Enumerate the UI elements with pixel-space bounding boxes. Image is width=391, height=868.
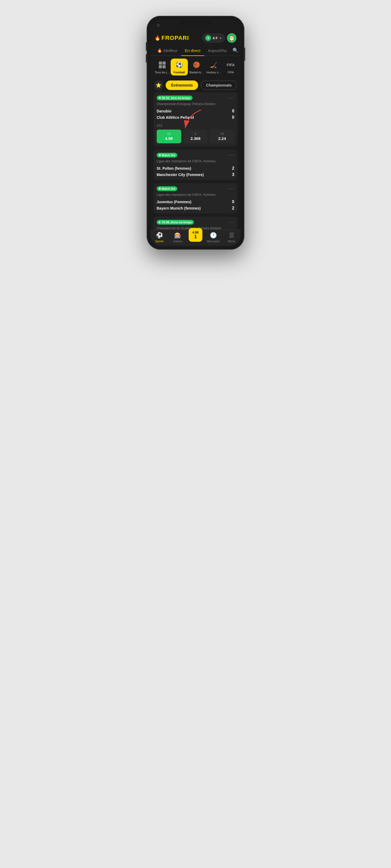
match-2-league: Ligue des champions de l'UEFA. Femmes <box>153 159 238 165</box>
odd-x-value: 2.368 <box>186 136 206 141</box>
match-2-status-text: Match fini <box>162 154 175 157</box>
match-1-team1-name: Danubio <box>157 109 171 113</box>
match-3-league: Ligue des champions de l'UEFA. Femmes <box>153 193 238 199</box>
match-1-team1-row: Danubio 0 <box>157 108 234 114</box>
sport-cat-basketball-label: Basket-b... <box>189 71 203 74</box>
match-2-team1-name: St. Polten (femmes) <box>157 166 191 170</box>
match-1-league: Championnat d'Uruguay. Primera Division <box>153 102 238 108</box>
sport-cat-basketball[interactable]: 🏀 Basket-b... <box>188 59 205 75</box>
football-icon: ⚽ <box>175 60 184 70</box>
bet-slip-button[interactable]: 4.98 1 <box>189 228 202 242</box>
match-3-more-button[interactable]: ··· <box>229 186 234 191</box>
match-3-teams: Juventus (Femmes) 0 Bayern Munich (femme… <box>153 199 238 214</box>
tab-aujourd-hui-label: Aujourd'hu <box>208 48 227 53</box>
live-indicator <box>159 97 161 99</box>
matches-list: 36:33, 1ère mi-temps ··· Championnat d'U… <box>150 92 241 229</box>
match-2-team2-score: 3 <box>232 172 234 177</box>
filter-row: ⭐ Événements Championnats <box>150 78 241 92</box>
match-1-team2-score: 0 <box>232 115 234 120</box>
fifa-icon: FIFA <box>226 60 236 70</box>
tab-meilleur-label: Meilleur <box>164 48 177 53</box>
match-4-status-badge: ▶ 70:38, 2ème mi-temps <box>157 220 194 225</box>
tab-en-direct-label: En direct <box>185 48 200 53</box>
sport-cat-football[interactable]: ⚽ Football <box>171 59 188 75</box>
mes-paris-icon: 🕐 <box>210 232 217 239</box>
dropdown-arrow-icon: ▼ <box>219 37 222 39</box>
basketball-icon: 🏀 <box>192 60 201 70</box>
match-card-2: Match fini ··· Ligue des champions de l'… <box>153 150 238 180</box>
menu-icon: ☰ <box>229 232 234 239</box>
sport-cat-all[interactable]: Tous les j... <box>153 59 171 75</box>
camera <box>157 24 160 27</box>
matches-scroll-area[interactable]: 36:33, 1ère mi-temps ··· Championnat d'U… <box>150 92 241 229</box>
bet-count-value: 1 <box>194 234 197 239</box>
live-indicator-2 <box>159 154 161 156</box>
nav-sports-label: Sports <box>155 240 164 243</box>
match-1-status: 36:33, 1ère mi-temps <box>157 96 193 100</box>
match-1-status-text: 36:33, 1ère mi-temps <box>162 96 191 99</box>
match-1-team1-score: 0 <box>232 109 234 114</box>
match-2-more-button[interactable]: ··· <box>229 152 234 158</box>
main-nav: 🔥 Meilleur En direct Aujourd'hu 🔍 <box>150 45 241 56</box>
volume-button-2 <box>146 54 147 63</box>
odd-v2-value: 2.24 <box>212 136 232 141</box>
match-3-team2-score: 2 <box>232 206 234 211</box>
match-3-team2-name: Bayern Munich (femmes) <box>157 206 200 210</box>
filter-evenements[interactable]: Événements <box>166 81 198 90</box>
odd-v1-button[interactable]: V1 4.98 <box>157 130 181 143</box>
match-1-team2-row: Club Atlético Peñarol 0 <box>157 114 234 121</box>
match-4-status-text: 70:38, 2ème mi-temps <box>162 221 192 224</box>
nav-menu[interactable]: ☰ Menu <box>224 232 239 243</box>
match-2-team1-score: 2 <box>232 166 234 171</box>
add-funds-icon[interactable]: + <box>205 35 211 41</box>
sport-cat-fifa[interactable]: FIFA FIFA <box>222 59 239 75</box>
tab-aujourd-hui[interactable]: Aujourd'hu <box>204 45 230 55</box>
flame-icon: 🔥 <box>155 35 160 41</box>
sport-cat-all-label: Tous les j... <box>155 71 169 74</box>
match-2-header: Match fini ··· <box>153 150 238 159</box>
match-2-team2-name: Manchester City (Femmes) <box>157 173 204 177</box>
sport-cat-hockey-label: Hockey s... <box>206 71 221 74</box>
match-4-more-button[interactable]: ··· <box>229 219 234 225</box>
match-2-status: Match fini <box>157 153 177 158</box>
match-1-status-badge: 36:33, 1ère mi-temps <box>157 96 193 100</box>
odd-x-button[interactable]: X 2.368 <box>183 130 208 143</box>
match-2-team1-row: St. Polten (femmes) 2 <box>157 165 234 172</box>
sport-cat-tennis[interactable]: 🎾 Tennis <box>239 59 241 75</box>
nav-casino-label: Casino <box>173 240 182 243</box>
match-4-status: ▶ 70:38, 2ème mi-temps <box>157 220 194 225</box>
odd-v1-label: V1 <box>159 132 179 135</box>
match-1-bet-type: 1X2 <box>153 123 238 130</box>
favorites-button[interactable]: ⭐ <box>154 80 163 90</box>
app-logo: 🔥 FROPARI <box>155 35 189 41</box>
filter-championnats[interactable]: Championnats <box>201 81 237 90</box>
fire-icon: 🔥 <box>157 48 162 53</box>
match-3-team1-row: Juventus (Femmes) 0 <box>157 199 234 205</box>
odd-x-label: X <box>186 132 206 135</box>
play-icon: ▶ <box>159 221 161 223</box>
volume-button <box>146 42 147 51</box>
sport-cat-hockey[interactable]: 🏒 Hockey s... <box>205 59 222 75</box>
search-button[interactable]: 🔍 <box>230 45 241 55</box>
nav-menu-label: Menu <box>228 240 235 243</box>
live-indicator-3 <box>159 188 161 189</box>
match-3-team2-row: Bayern Munich (femmes) 2 <box>157 205 234 211</box>
nav-casino[interactable]: 🎰 Casino <box>170 232 185 243</box>
odd-v2-button[interactable]: V2 2.24 <box>210 130 234 143</box>
phone-screen: 🔥 FROPARI + 0 F ▼ 🎅 🔥 Meilleur En direct <box>150 20 241 246</box>
match-1-teams: Danubio 0 Club Atlético Peñarol 0 <box>153 108 238 123</box>
match-card-4: ▶ 70:38, 2ème mi-temps ··· Championnat d… <box>153 217 238 229</box>
nav-mes-paris[interactable]: 🕐 Mes paris <box>206 232 221 243</box>
app-header: 🔥 FROPARI + 0 F ▼ 🎅 <box>150 31 241 45</box>
match-2-status-badge: Match fini <box>157 153 177 158</box>
balance-button[interactable]: + 0 F ▼ <box>202 33 225 42</box>
tab-en-direct[interactable]: En direct <box>181 45 204 55</box>
balance-value: 0 F <box>213 36 218 40</box>
tab-meilleur[interactable]: 🔥 Meilleur <box>153 45 181 55</box>
match-1-more-button[interactable]: ··· <box>229 95 234 100</box>
user-avatar[interactable]: 🎅 <box>227 33 236 43</box>
sport-categories: Tous les j... ⚽ Football 🏀 Basket-b... 🏒… <box>150 56 241 78</box>
nav-sports[interactable]: ⚽ Sports <box>152 232 167 243</box>
sport-cat-football-label: Football <box>174 71 185 74</box>
match-3-team1-name: Juventus (Femmes) <box>157 200 191 204</box>
